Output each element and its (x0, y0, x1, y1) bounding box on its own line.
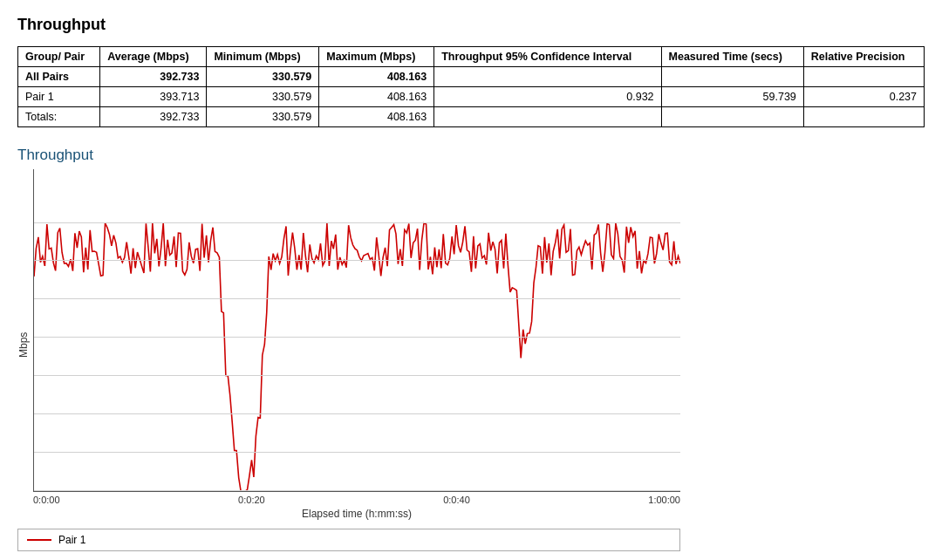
throughput-table: Group/ Pair Average (Mbps) Minimum (Mbps… (17, 46, 925, 127)
x-axis-labels: 0:0:00 0:0:20 0:0:40 1:00:00 (33, 492, 680, 505)
cell-avg: 392.733 (100, 67, 207, 87)
col-header-time: Measured Time (secs) (661, 47, 803, 67)
x-axis-title: Elapsed time (h:mm:ss) (33, 508, 680, 520)
grid-line (34, 337, 680, 338)
grid-line (34, 375, 680, 376)
grid-line (34, 452, 680, 453)
cell-time: 59.739 (661, 87, 803, 107)
cell-group: Totals: (18, 107, 100, 127)
cell-rp: 0.237 (803, 87, 924, 107)
cell-group: All Pairs (18, 67, 100, 87)
chart-legend: Pair 1 (17, 529, 680, 551)
table-row: Pair 1 393.713 330.579 408.163 0.932 59.… (18, 87, 925, 107)
x-label: 1:00:00 (648, 495, 680, 505)
col-header-max: Maximum (Mbps) (319, 47, 434, 67)
col-header-rp: Relative Precision (803, 47, 924, 67)
chart-area: 414.00400.00390.00380.00370.00360.00350.… (33, 169, 680, 492)
grid-line (34, 222, 680, 223)
col-header-min: Minimum (Mbps) (207, 47, 319, 67)
x-label: 0:0:20 (238, 495, 265, 505)
x-label: 0:0:00 (33, 495, 60, 505)
col-header-avg: Average (Mbps) (100, 47, 207, 67)
chart-title: Throughput (17, 147, 680, 164)
chart-container: Mbps 414.00400.00390.00380.00370.00360.0… (17, 169, 680, 520)
cell-avg: 393.713 (100, 87, 207, 107)
x-label: 0:0:40 (443, 495, 470, 505)
chart-section: Throughput Mbps 414.00400.00390.00380.00… (17, 147, 680, 551)
legend-line-icon (27, 539, 51, 541)
legend-label: Pair 1 (58, 534, 85, 546)
cell-min: 330.579 (207, 107, 319, 127)
cell-ci (434, 67, 661, 87)
table-row: Totals: 392.733 330.579 408.163 (18, 107, 925, 127)
cell-max: 408.163 (319, 67, 434, 87)
grid-line (34, 413, 680, 414)
page-title: Throughput (17, 16, 925, 34)
chart-inner: 414.00400.00390.00380.00370.00360.00350.… (33, 169, 680, 520)
y-axis-label: Mbps (17, 169, 30, 520)
col-header-group: Group/ Pair (18, 47, 100, 67)
grid-line (34, 298, 680, 299)
cell-min: 330.579 (207, 67, 319, 87)
cell-rp (803, 67, 924, 87)
chart-svg (34, 169, 680, 491)
cell-time (661, 107, 803, 127)
grid-line (34, 260, 680, 261)
table-row: All Pairs 392.733 330.579 408.163 (18, 67, 925, 87)
cell-group: Pair 1 (18, 87, 100, 107)
cell-time (661, 67, 803, 87)
cell-avg: 392.733 (100, 107, 207, 127)
cell-rp (803, 107, 924, 127)
cell-max: 408.163 (319, 87, 434, 107)
cell-min: 330.579 (207, 87, 319, 107)
cell-ci (434, 107, 661, 127)
col-header-ci: Throughput 95% Confidence Interval (434, 47, 661, 67)
grid-line (34, 490, 680, 491)
cell-ci: 0.932 (434, 87, 661, 107)
cell-max: 408.163 (319, 107, 434, 127)
